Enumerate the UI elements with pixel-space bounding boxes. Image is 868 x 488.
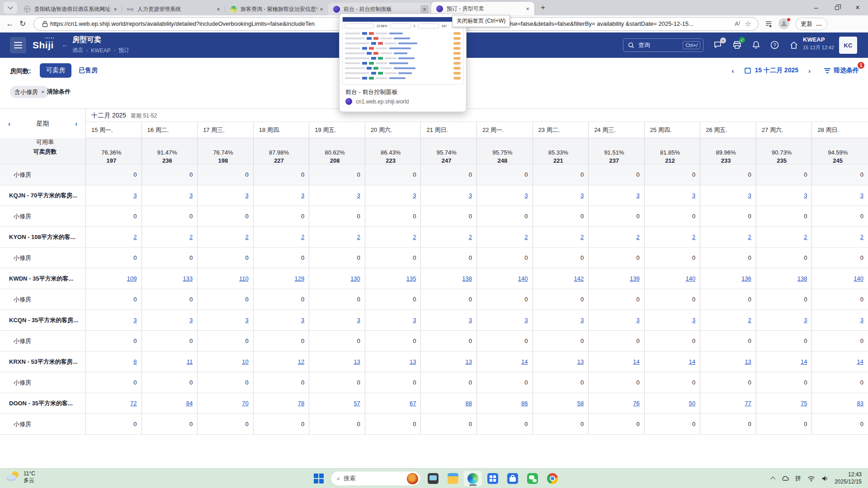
availability-count-link[interactable]: 86 xyxy=(521,400,528,407)
availability-count-link[interactable]: 2 xyxy=(245,234,248,240)
blue-grid-app-icon[interactable] xyxy=(484,471,502,486)
availability-count-link[interactable]: 3 xyxy=(189,317,193,324)
availability-count-link[interactable]: 8 xyxy=(133,358,137,365)
availability-count-link[interactable]: 3 xyxy=(245,192,248,199)
availability-count-link[interactable]: 11 xyxy=(187,358,193,365)
availability-count-link[interactable]: 2 xyxy=(636,234,639,240)
help-icon[interactable]: ? xyxy=(770,40,780,50)
availability-count-link[interactable]: 3 xyxy=(357,317,360,324)
availability-count-link[interactable]: 3 xyxy=(636,317,639,324)
availability-count-link[interactable]: 13 xyxy=(745,358,751,365)
restore-button[interactable] xyxy=(826,0,847,15)
availability-count-link[interactable]: 14 xyxy=(801,358,807,365)
chrome-icon[interactable] xyxy=(543,471,561,486)
browser-tab[interactable]: Shiji人力资源管理系统× xyxy=(122,3,225,15)
availability-count-link[interactable]: 3 xyxy=(133,317,137,324)
availability-count-link[interactable]: 129 xyxy=(295,275,305,282)
chip-close-icon[interactable]: × xyxy=(41,89,45,95)
user-avatar[interactable]: KC xyxy=(839,37,857,54)
close-button[interactable]: × xyxy=(847,0,868,15)
next-week-arrow[interactable]: › xyxy=(75,120,77,127)
availability-count-link[interactable]: 3 xyxy=(524,317,528,324)
availability-count-link[interactable]: 70 xyxy=(242,400,248,407)
lock-icon[interactable] xyxy=(39,19,50,29)
availability-count-link[interactable]: 142 xyxy=(574,275,584,282)
availability-count-link[interactable]: 78 xyxy=(298,400,304,407)
availability-count-link[interactable]: 2 xyxy=(189,234,193,240)
file-explorer-icon[interactable] xyxy=(444,471,462,486)
availability-count-link[interactable]: 3 xyxy=(748,192,751,199)
filter-conditions-button[interactable]: 筛选条件 1 xyxy=(824,66,863,75)
availability-count-link[interactable]: 3 xyxy=(469,192,472,199)
messages-icon[interactable]: × xyxy=(713,40,723,50)
availability-count-link[interactable]: 2 xyxy=(469,234,472,240)
tab-close-icon[interactable]: × xyxy=(317,5,326,13)
availability-count-link[interactable]: 109 xyxy=(127,275,137,282)
bell-icon[interactable] xyxy=(751,40,761,50)
availability-count-link[interactable]: 140 xyxy=(854,275,863,282)
hamburger-menu-button[interactable] xyxy=(10,37,26,53)
availability-count-link[interactable]: 3 xyxy=(580,192,584,199)
sold-rooms-toggle[interactable]: 已售房 xyxy=(78,63,99,78)
availability-count-link[interactable]: 2 xyxy=(413,234,416,240)
availability-count-link[interactable]: 72 xyxy=(130,400,137,407)
global-search-input[interactable]: 查询 Ctrl+/ xyxy=(623,38,703,52)
availability-count-link[interactable]: 3 xyxy=(413,317,416,324)
date-picker[interactable]: 15 十二月 2025 xyxy=(744,66,799,75)
availability-count-link[interactable]: 2 xyxy=(804,234,807,240)
refresh-button[interactable]: ↻ xyxy=(16,18,29,30)
clear-filters-button[interactable]: 清除条件 xyxy=(47,88,71,96)
back-button[interactable]: ← xyxy=(4,18,16,30)
availability-count-link[interactable]: 2 xyxy=(357,234,360,240)
availability-count-link[interactable]: 14 xyxy=(857,358,863,365)
taskbar-search-input[interactable]: ⌕ 搜索 xyxy=(331,471,420,486)
taskbar-weather-widget[interactable]: 11°C 多云 xyxy=(6,470,35,484)
tab-close-icon[interactable]: × xyxy=(420,5,429,13)
availability-count-link[interactable]: 3 xyxy=(580,317,584,324)
breadcrumb-booking[interactable]: 预订 xyxy=(118,47,129,54)
wechat-icon[interactable] xyxy=(524,471,542,486)
availability-count-link[interactable]: 3 xyxy=(301,317,304,324)
availability-count-link[interactable]: 3 xyxy=(413,192,416,199)
availability-count-link[interactable]: 2 xyxy=(133,234,137,240)
property-info[interactable]: KWEAP 15 12月 12:42 xyxy=(803,36,834,51)
availability-count-link[interactable]: 67 xyxy=(410,400,416,407)
prev-date-arrow[interactable]: ‹ xyxy=(728,67,738,75)
availability-count-link[interactable]: 3 xyxy=(692,192,695,199)
home-icon[interactable] xyxy=(789,40,799,50)
sellable-rooms-toggle[interactable]: 可卖房 xyxy=(40,63,71,78)
printer-icon[interactable]: ✓ xyxy=(732,40,742,50)
availability-count-link[interactable]: 3 xyxy=(245,317,248,324)
filter-chip-minor-repair[interactable]: 含小修房 × xyxy=(10,86,49,98)
availability-count-link[interactable]: 88 xyxy=(466,400,472,407)
availability-count-link[interactable]: 58 xyxy=(577,400,584,407)
availability-count-link[interactable]: 3 xyxy=(692,317,695,324)
availability-count-link[interactable]: 130 xyxy=(350,275,360,282)
profile-avatar[interactable] xyxy=(778,18,790,30)
edge-icon[interactable] xyxy=(464,471,482,486)
availability-count-link[interactable]: 3 xyxy=(189,192,193,199)
availability-count-link[interactable]: 50 xyxy=(689,400,695,407)
prev-week-arrow[interactable]: ‹ xyxy=(8,120,10,127)
availability-count-link[interactable]: 3 xyxy=(469,317,472,324)
tab-close-icon[interactable]: × xyxy=(214,5,222,13)
availability-count-link[interactable]: 2 xyxy=(301,234,304,240)
availability-count-link[interactable]: 139 xyxy=(630,275,640,282)
store-icon[interactable] xyxy=(504,471,522,486)
favorite-star-icon[interactable]: ☆ xyxy=(743,19,754,29)
availability-count-link[interactable]: 13 xyxy=(354,358,360,365)
availability-count-link[interactable]: 135 xyxy=(406,275,416,282)
hidden-icons-chevron[interactable] xyxy=(770,477,775,482)
wifi-icon[interactable] xyxy=(807,476,815,482)
tab-search-button[interactable] xyxy=(4,2,17,14)
availability-count-link[interactable]: 76 xyxy=(633,400,639,407)
availability-count-link[interactable]: 2 xyxy=(580,234,584,240)
availability-count-link[interactable]: 136 xyxy=(741,275,751,282)
availability-count-link[interactable]: 140 xyxy=(518,275,528,282)
collections-icon[interactable] xyxy=(763,19,774,29)
availability-count-link[interactable]: 3 xyxy=(860,192,863,199)
speaker-icon[interactable] xyxy=(821,475,828,482)
availability-count-link[interactable]: 13 xyxy=(577,358,584,365)
availability-count-link[interactable]: 138 xyxy=(462,275,472,282)
next-date-arrow[interactable]: › xyxy=(805,67,814,75)
